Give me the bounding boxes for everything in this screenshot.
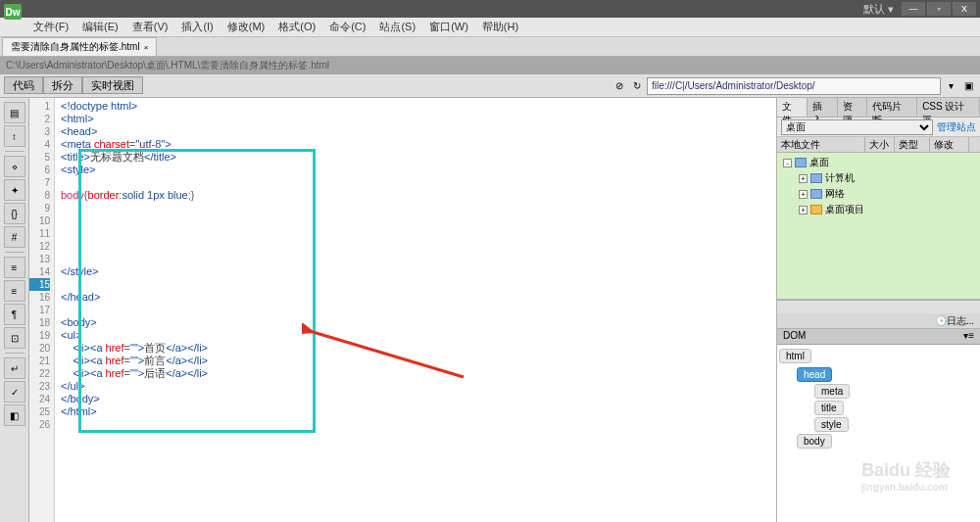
manage-sites-link[interactable]: 管理站点 (937, 120, 976, 134)
column-header[interactable]: 本地文件 (777, 137, 865, 152)
dom-node[interactable]: title (814, 401, 844, 415)
panel-tab[interactable]: CSS 设计器 (917, 98, 980, 117)
log-icon: 🕒 (935, 315, 947, 326)
titlebar: Dw 默认 ▾ — ▫ X (0, 0, 980, 18)
view-button[interactable]: 实时视图 (82, 76, 143, 94)
dropdown-icon[interactable]: ▾ (943, 78, 958, 94)
panel-tabs: 文件插入资源代码片断CSS 设计器 (777, 98, 980, 118)
panel-tab[interactable]: 插入 (808, 98, 838, 117)
tool-wrap[interactable]: ↵ (4, 357, 25, 379)
file-tree[interactable]: -桌面+计算机+网络+桌面项目 (777, 153, 980, 300)
tool-open[interactable]: ▤ (4, 102, 25, 123)
panel-tab[interactable]: 代码片断 (867, 98, 917, 117)
menu-item[interactable]: 修改(M) (221, 18, 271, 36)
stop-icon[interactable]: ⊘ (612, 78, 627, 94)
menu-item[interactable]: 站点(S) (373, 18, 421, 36)
panel-menu-icon[interactable]: ▾≡ (963, 330, 974, 343)
tool-arrow[interactable]: ↕ (4, 125, 25, 147)
dom-node[interactable]: meta (814, 384, 850, 399)
menu-item[interactable]: 查看(V) (126, 18, 174, 36)
column-header[interactable]: 修改 (930, 137, 969, 152)
tree-label: 桌面项目 (825, 203, 864, 216)
tree-label: 桌面 (809, 156, 829, 169)
app-logo: Dw (4, 4, 22, 20)
line-gutter: 1234567891011121314151617181920212223242… (29, 98, 55, 522)
tool-star[interactable]: ✦ (4, 179, 25, 201)
tool-list[interactable]: ≡ (4, 257, 25, 278)
file-list-header: 本地文件大小类型修改 (777, 137, 980, 153)
dom-node[interactable]: style (814, 417, 849, 432)
dom-title: DOM (783, 330, 806, 343)
tool-indent[interactable]: ≡ (4, 280, 25, 302)
view-button[interactable]: 拆分 (43, 76, 82, 94)
main-area: ▤ ↕ ⋄ ✦ {} # ≡ ≡ ¶ ⊡ ↵ ✓ ◧ 1234567891011… (0, 98, 980, 522)
path-bar: C:\Users\Administrator\Desktop\桌面\.HTML\… (0, 57, 980, 74)
dom-panel-header: DOM ▾≡ (777, 329, 980, 345)
menu-item[interactable]: 命令(C) (323, 18, 371, 36)
scrollbar[interactable] (777, 300, 980, 313)
tool-tag[interactable]: ⋄ (4, 156, 25, 177)
menu-item[interactable]: 插入(I) (175, 18, 219, 36)
code-area[interactable]: <!doctype html><html><head><meta charset… (55, 98, 776, 522)
right-panel: 文件插入资源代码片断CSS 设计器 桌面 管理站点 本地文件大小类型修改 -桌面… (776, 98, 980, 522)
panel-tab[interactable]: 资源 (838, 98, 868, 117)
tool-check[interactable]: ✓ (4, 381, 25, 403)
menu-item[interactable]: 窗口(W) (423, 18, 474, 36)
close-button[interactable]: X (953, 2, 976, 16)
menubar: 文件(F)编辑(E)查看(V)插入(I)修改(M)格式(O)命令(C)站点(S)… (0, 18, 980, 37)
drive-icon (795, 158, 807, 167)
tool-comment[interactable]: ⊡ (4, 327, 25, 349)
left-toolbar: ▤ ↕ ⋄ ✦ {} # ≡ ≡ ¶ ⊡ ↵ ✓ ◧ (0, 98, 29, 522)
column-header[interactable]: 大小 (865, 137, 895, 152)
tool-hash[interactable]: # (4, 226, 25, 248)
document-tabs: 需要清除自身属性的标签.html × (0, 37, 980, 57)
dom-node[interactable]: head (797, 367, 832, 382)
expander-icon[interactable]: - (783, 159, 792, 167)
menu-item[interactable]: 格式(O) (272, 18, 321, 36)
address-input[interactable] (647, 77, 941, 95)
layout-dropdown[interactable]: 默认 ▾ (863, 2, 894, 17)
dom-node[interactable]: html (779, 349, 811, 363)
tree-label: 计算机 (825, 171, 855, 185)
dom-tree[interactable]: htmlheadmetatitlestylebody (777, 345, 980, 522)
tree-item[interactable]: +计算机 (779, 170, 978, 186)
menu-item[interactable]: 编辑(E) (76, 18, 124, 36)
view-toolbar: 代码拆分实时视图 ⊘ ↻ ▾ ▣ (0, 74, 980, 98)
home-icon[interactable]: ▣ (960, 78, 976, 94)
tree-label: 网络 (825, 187, 845, 201)
tree-item[interactable]: +网络 (779, 186, 978, 202)
tree-item[interactable]: +桌面项目 (779, 202, 978, 217)
dom-node[interactable]: body (797, 434, 832, 449)
view-button[interactable]: 代码 (4, 76, 43, 94)
log-label: 日志... (947, 314, 974, 328)
close-icon[interactable]: × (144, 43, 149, 52)
expander-icon[interactable]: + (799, 190, 808, 199)
expander-icon[interactable]: + (799, 174, 808, 183)
panel-tab[interactable]: 文件 (777, 98, 808, 117)
maximize-button[interactable]: ▫ (927, 2, 951, 16)
document-tab-label: 需要清除自身属性的标签.html (11, 40, 140, 54)
log-bar[interactable]: 🕒 日志... (777, 313, 980, 329)
document-tab[interactable]: 需要清除自身属性的标签.html × (2, 37, 157, 56)
refresh-icon[interactable]: ↻ (629, 78, 645, 94)
expander-icon[interactable]: + (799, 206, 808, 214)
minimize-button[interactable]: — (902, 2, 925, 16)
code-editor[interactable]: 1234567891011121314151617181920212223242… (29, 98, 776, 522)
menu-item[interactable]: 文件(F) (27, 18, 74, 36)
drive-icon (810, 173, 822, 183)
column-header[interactable]: 类型 (895, 137, 930, 152)
tool-para[interactable]: ¶ (4, 304, 25, 325)
tool-brace[interactable]: {} (4, 203, 25, 224)
tool-color[interactable]: ◧ (4, 404, 25, 426)
folder-icon (810, 205, 822, 214)
site-select[interactable]: 桌面 (781, 119, 933, 135)
tree-item[interactable]: -桌面 (779, 155, 978, 170)
menu-item[interactable]: 帮助(H) (476, 18, 524, 36)
drive-icon (810, 189, 822, 199)
